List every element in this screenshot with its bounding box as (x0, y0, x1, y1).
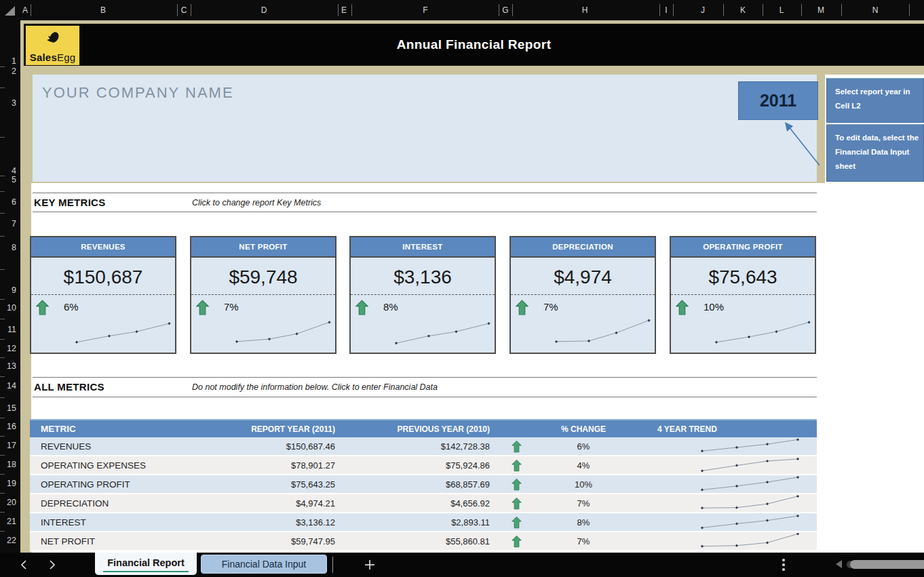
table-row-net-profit[interactable]: NET PROFIT$59,747.95$55,860.817% (30, 532, 817, 551)
col-trend: 4 YEAR TREND (657, 420, 807, 437)
tab-financial-report[interactable]: Financial Report (95, 553, 197, 575)
row-header-6[interactable]: 6 (0, 197, 16, 207)
select-all-corner[interactable] (0, 0, 20, 20)
column-separator (338, 4, 339, 16)
card-title: DEPRECIATION (511, 237, 655, 258)
row-header-10[interactable]: 10 (0, 303, 16, 313)
column-header-M[interactable]: M (817, 0, 824, 20)
up-arrow-icon (512, 516, 522, 529)
table-row-depreciation[interactable]: DEPRECIATION$4,974.21$4,656.927% (30, 494, 817, 513)
year-pointer-arrow-icon (773, 117, 828, 171)
row-header-7[interactable]: 7 (0, 219, 16, 228)
up-arrow-icon (676, 300, 689, 315)
row-header-21[interactable]: 21 (0, 517, 16, 526)
card-footer: 10% (671, 295, 815, 353)
prev-sheet-icon[interactable] (19, 559, 30, 570)
col-report-year: REPORT YEAR (2011) (159, 420, 335, 437)
sheet-menu-icon[interactable] (782, 559, 786, 571)
row-header-9[interactable]: 9 (0, 285, 16, 295)
column-header-E[interactable]: E (341, 0, 347, 20)
column-header-J[interactable]: J (701, 0, 705, 20)
card-footer: 8% (351, 295, 495, 353)
metric-card-operating-profit[interactable]: OPERATING PROFIT$75,64310% (670, 236, 816, 354)
up-arrow-icon (512, 497, 522, 510)
row-header-4[interactable]: 4 (0, 166, 16, 176)
row-header-19[interactable]: 19 (0, 479, 16, 488)
column-header-N[interactable]: N (872, 0, 879, 20)
tab-financial-data-input[interactable]: Financial Data Input (201, 555, 327, 574)
column-header-H[interactable]: H (582, 0, 588, 20)
key-metrics-note[interactable]: Click to change report Key Metrics (192, 198, 321, 207)
hscroll-left-icon[interactable] (836, 560, 842, 568)
row-sparkline (698, 514, 800, 530)
column-header-G[interactable]: G (502, 0, 508, 20)
card-value: $3,136 (351, 258, 495, 294)
row-header-22[interactable]: 22 (0, 536, 16, 545)
metric-card-net-profit[interactable]: NET PROFIT$59,7487% (190, 236, 336, 354)
change-direction (507, 494, 525, 512)
cell-trend (698, 513, 800, 531)
column-header-C[interactable]: C (181, 0, 187, 20)
cell-trend (698, 456, 800, 474)
card-value: $150,687 (31, 258, 175, 294)
row-separator (0, 87, 5, 88)
row-header-13[interactable]: 13 (0, 361, 16, 371)
column-header-L[interactable]: L (779, 0, 784, 20)
column-header-B[interactable]: B (100, 0, 106, 20)
row-header-15[interactable]: 15 (0, 403, 16, 413)
next-sheet-icon[interactable] (46, 559, 57, 570)
cell-previous-year: $68,857.69 (313, 475, 490, 493)
row-separator (0, 418, 5, 418)
change-direction (36, 300, 49, 318)
hscroll-thumb[interactable] (850, 560, 924, 569)
row-header-18[interactable]: 18 (0, 460, 16, 469)
cell-report-year: $75,643.25 (159, 475, 335, 493)
row-separator (0, 357, 5, 358)
column-header-A[interactable]: A (22, 0, 28, 20)
row-header-5[interactable]: 5 (0, 175, 16, 184)
metric-card-revenues[interactable]: REVENUES$150,6876% (30, 236, 176, 354)
column-separator (723, 4, 724, 16)
add-sheet-icon[interactable] (364, 559, 376, 571)
column-separator (499, 4, 499, 16)
row-header-17[interactable]: 17 (0, 441, 16, 450)
column-header-D[interactable]: D (261, 0, 267, 20)
card-title: OPERATING PROFIT (671, 237, 815, 258)
row-header-8[interactable]: 8 (0, 243, 16, 252)
row-header-12[interactable]: 12 (0, 344, 16, 353)
metric-card-depreciation[interactable]: DEPRECIATION$4,9747% (509, 236, 656, 354)
company-name[interactable]: YOUR COMPANY NAME (42, 84, 234, 102)
row-header-1[interactable]: 1 (0, 56, 16, 66)
cell-trend (698, 494, 800, 512)
row-header-11[interactable]: 11 (0, 325, 16, 334)
all-metrics-table: METRIC REPORT YEAR (2011) PREVIOUS YEAR … (30, 419, 817, 551)
cell-report-year: $4,974.21 (159, 494, 335, 512)
table-row-operating-profit[interactable]: OPERATING PROFIT$75,643.25$68,857.6910% (30, 475, 817, 494)
column-header-I[interactable]: I (665, 0, 667, 20)
row-header-16[interactable]: 16 (0, 422, 16, 431)
all-metrics-heading: ALL METRICS (34, 381, 104, 393)
card-footer: 7% (511, 295, 655, 353)
tab-label: Financial Report (107, 557, 185, 568)
table-row-operating-expenses[interactable]: OPERATING EXPENSES$78,901.27$75,924.864% (30, 456, 817, 475)
select-all-icon (5, 6, 15, 16)
row-header-20[interactable]: 20 (0, 498, 16, 507)
column-header-K[interactable]: K (740, 0, 746, 20)
row-separator (0, 397, 5, 398)
all-metrics-note[interactable]: Do not modify the information below. Cli… (192, 382, 438, 392)
card-title: NET PROFIT (191, 237, 335, 258)
column-separator (31, 4, 31, 16)
row-header-2[interactable]: 2 (0, 66, 16, 76)
cell-pct-change: 4% (535, 456, 632, 474)
metric-card-interest[interactable]: INTEREST$3,1368% (349, 236, 496, 354)
report-year-cell[interactable]: 2011 (738, 81, 818, 120)
row-header-14[interactable]: 14 (0, 381, 16, 391)
column-header-F[interactable]: F (423, 0, 427, 20)
row-header-bar: 12345678910111213141516171819202122 (0, 20, 20, 553)
card-sparkline (231, 317, 332, 348)
row-separator (0, 376, 5, 377)
table-row-interest[interactable]: INTEREST$3,136.12$2,893.118% (30, 513, 817, 532)
table-row-revenues[interactable]: REVENUES$150,687.46$142,728.386% (30, 437, 817, 456)
row-header-3[interactable]: 3 (0, 98, 16, 108)
divider (33, 397, 817, 397)
